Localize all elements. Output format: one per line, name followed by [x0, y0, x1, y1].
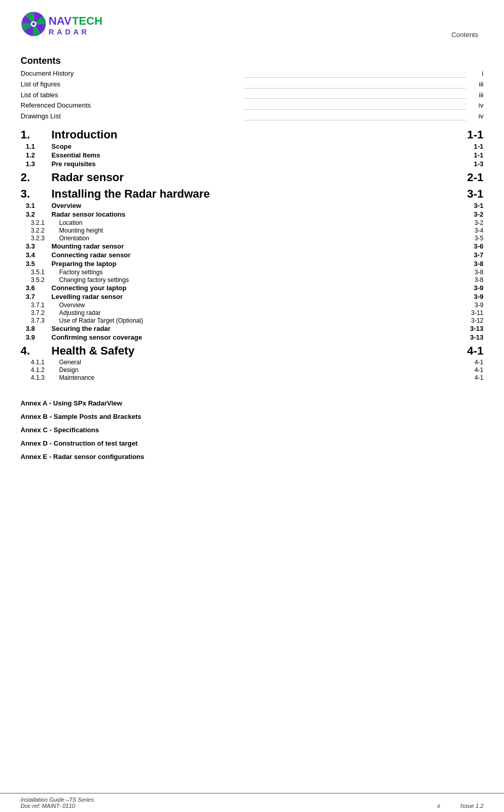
- section-3-5-page: 3-8: [453, 260, 483, 268]
- section-3-1-title: Overview: [51, 202, 453, 209]
- svg-text:RADAR: RADAR: [49, 28, 90, 36]
- section-3-3-title: Mounting radar sensor: [51, 242, 453, 250]
- section-4-main: 4. Health & Safety 4-1: [21, 344, 483, 358]
- section-1-page: 1-1: [453, 128, 483, 142]
- toc-label-list-tables: List of tables: [21, 90, 242, 101]
- section-3-2-1-page: 3-2: [453, 219, 483, 226]
- toc-row-doc-history: Document History i: [21, 68, 483, 79]
- section-3-7-page: 3-9: [453, 293, 483, 301]
- section-3-2-1-title: Location: [59, 219, 453, 226]
- section-3-5-1-title: Factory settings: [59, 269, 453, 276]
- section-1-3-num: 1.3: [26, 160, 51, 168]
- annex-b: Annex B - Sample Posts and Brackets: [21, 410, 483, 423]
- contents-heading: Contents: [21, 56, 483, 66]
- toc-dots: [244, 79, 466, 89]
- toc-row-referenced-docs: Referenced Documents iv: [21, 100, 483, 111]
- annex-c: Annex C - Specifications: [21, 423, 483, 437]
- section-3-7-2-page: 3-11: [453, 309, 483, 316]
- section-3-2-2-page: 3-4: [453, 227, 483, 234]
- footer-issue: Issue 1.2: [460, 803, 483, 809]
- toc-page-referenced-docs: iv: [468, 100, 483, 111]
- section-3-3-page: 3-6: [453, 242, 483, 250]
- toc-label-list-figures: List of figures: [21, 79, 242, 90]
- section-1-num: 1.: [21, 128, 51, 142]
- section-1-2-title: Essential Items: [51, 151, 453, 159]
- section-1-2-page: 1-1: [453, 151, 483, 159]
- section-3-page: 3-1: [453, 187, 483, 201]
- section-1-2-num: 1.2: [26, 151, 51, 159]
- section-3-7-num: 3.7: [26, 293, 51, 301]
- section-3-3: 3.3 Mounting radar sensor 3-6: [26, 242, 483, 250]
- section-3-6: 3.6 Connecting your laptop 3-9: [26, 284, 483, 292]
- section-3-2: 3.2 Radar sensor locations 3-2: [26, 210, 483, 218]
- section-3-2-2-title: Mounting height: [59, 227, 453, 234]
- section-1-2: 1.2 Essential Items 1-1: [26, 151, 483, 159]
- section-3-9: 3.9 Confirming sensor coverage 3-13: [26, 333, 483, 341]
- section-3-7-2-title: Adjusting radar: [59, 309, 453, 316]
- toc-row-list-tables: List of tables iii: [21, 90, 483, 101]
- section-3-6-num: 3.6: [26, 284, 51, 292]
- section-3-7-2-num: 3.7.2: [31, 309, 59, 316]
- header: NAV TECH RADAR Contents: [0, 0, 504, 45]
- section-3-main: 3. Installing the Radar hardware 3-1: [21, 187, 483, 201]
- section-3-2-3-num: 3.2.3: [31, 235, 59, 242]
- section-3-2-3-title: Orientation: [59, 235, 453, 242]
- section-3-5-title: Preparing the laptop: [51, 260, 453, 268]
- section-3-5-1-num: 3.5.1: [31, 269, 59, 276]
- svg-text:TECH: TECH: [72, 14, 102, 27]
- section-3-7: 3.7 Levelling radar sensor 3-9: [26, 293, 483, 301]
- section-3-1-num: 3.1: [26, 202, 51, 209]
- toc-label-drawings-list: Drawings List: [21, 111, 242, 122]
- section-2-main: 2. Radar sensor 2-1: [21, 171, 483, 184]
- svg-text:NAV: NAV: [49, 14, 72, 27]
- footer-page-num: ii: [437, 803, 440, 809]
- section-3-9-page: 3-13: [453, 333, 483, 341]
- toc-page-drawings-list: iv: [468, 111, 483, 122]
- toc-prelim: Document History i List of figures iii L…: [21, 68, 483, 122]
- section-3-2-1-num: 3.2.1: [31, 219, 59, 226]
- section-3-5-num: 3.5: [26, 260, 51, 268]
- section-4-1-2: 4.1.2 Design 4-1: [31, 366, 483, 374]
- section-4-1-1-title: General: [59, 359, 453, 366]
- section-3-7-3-page: 3-12: [453, 317, 483, 324]
- toc-page-list-tables: iii: [468, 90, 483, 101]
- section-3-title: Installing the Radar hardware: [51, 187, 453, 201]
- section-2-page: 2-1: [453, 171, 483, 184]
- section-4-1-1-page: 4-1: [453, 359, 483, 366]
- annex-d: Annex D - Construction of test target: [21, 437, 483, 450]
- section-3-4: 3.4 Connecting radar sensor 3-7: [26, 251, 483, 259]
- annex-a: Annex A - Using SPx RadarView: [21, 397, 483, 410]
- section-3-1-page: 3-1: [453, 202, 483, 209]
- section-4-1-1-num: 4.1.1: [31, 359, 59, 366]
- toc-page-list-figures: iii: [468, 79, 483, 90]
- section-4: 4. Health & Safety 4-1 4.1.1 General 4-1…: [21, 344, 483, 381]
- section-2-num: 2.: [21, 171, 51, 184]
- toc-label-referenced-docs: Referenced Documents: [21, 100, 242, 111]
- navtech-radar-logo: NAV TECH RADAR: [21, 10, 123, 39]
- section-4-1-1: 4.1.1 General 4-1: [31, 359, 483, 366]
- section-1-main: 1. Introduction 1-1: [21, 128, 483, 142]
- section-3-2-2-num: 3.2.2: [31, 227, 59, 234]
- section-3-6-title: Connecting your laptop: [51, 284, 453, 292]
- section-4-1-2-title: Design: [59, 366, 453, 374]
- section-3-9-title: Confirming sensor coverage: [51, 333, 453, 341]
- section-3-7-3: 3.7.3 Use of Radar Target (Optional) 3-1…: [31, 317, 483, 324]
- section-4-1-3-page: 4-1: [453, 374, 483, 381]
- section-1-1-page: 1-1: [453, 143, 483, 150]
- toc-dots: [244, 100, 466, 110]
- section-4-page: 4-1: [453, 344, 483, 358]
- section-3-7-3-num: 3.7.3: [31, 317, 59, 324]
- toc-dots: [244, 90, 466, 99]
- section-2-title: Radar sensor: [51, 171, 453, 184]
- toc-row-list-figures: List of figures iii: [21, 79, 483, 90]
- section-1-1: 1.1 Scope 1-1: [26, 143, 483, 150]
- section-3-7-1-num: 3.7.1: [31, 302, 59, 309]
- section-3-2-3: 3.2.3 Orientation 3-5: [31, 235, 483, 242]
- footer-left: Installation Guide –TS Series Doc ref: M…: [21, 797, 94, 809]
- section-1-title: Introduction: [51, 128, 453, 142]
- section-3-7-1-title: Overview: [59, 302, 453, 309]
- section-3-2-1: 3.2.1 Location 3-2: [31, 219, 483, 226]
- section-1: 1. Introduction 1-1 1.1 Scope 1-1 1.2 Es…: [21, 128, 483, 168]
- toc-page-doc-history: i: [468, 68, 483, 79]
- section-4-1-2-page: 4-1: [453, 366, 483, 374]
